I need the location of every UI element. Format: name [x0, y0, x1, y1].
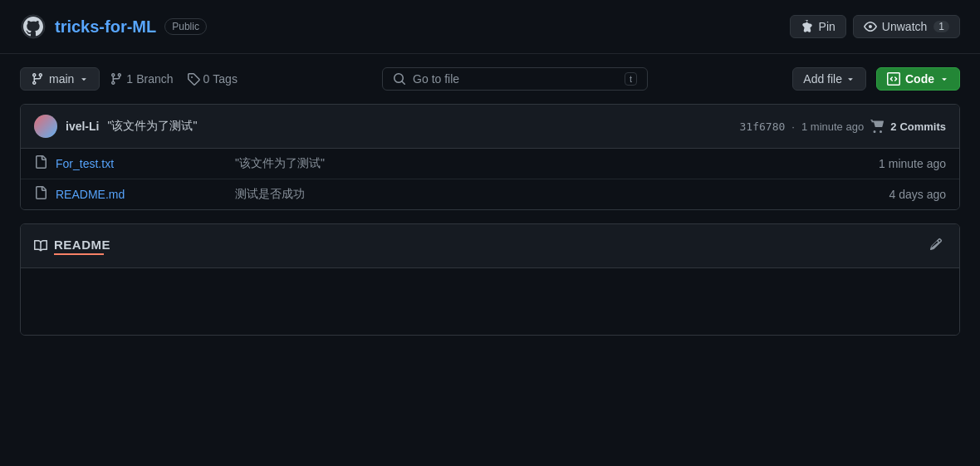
- file-time-1: 1 minute ago: [846, 157, 946, 170]
- add-file-label: Add file: [803, 72, 842, 86]
- repo-name[interactable]: tricks-for-ML: [55, 17, 156, 37]
- readme-title-underline: [54, 253, 104, 255]
- add-file-button[interactable]: Add file: [792, 67, 866, 91]
- file-commit-msg-1: "该文件为了测试": [222, 156, 846, 171]
- chevron-down-add-icon: [845, 74, 855, 84]
- commit-message: "该文件为了测试": [107, 119, 197, 134]
- search-icon: [393, 72, 406, 86]
- commit-separator: ·: [791, 120, 795, 133]
- commit-row: ivel-Li "该文件为了测试" 31f6780 · 1 minute ago…: [21, 105, 959, 149]
- search-box: t: [382, 67, 648, 91]
- file-icon-1: [34, 155, 47, 172]
- chevron-down-icon: [79, 74, 89, 84]
- commit-left: ivel-Li "该文件为了测试": [34, 115, 197, 138]
- commits-count: 2: [890, 120, 896, 133]
- commit-time: 1 minute ago: [801, 120, 864, 133]
- book-icon: [34, 239, 47, 253]
- readme-edit-button[interactable]: [926, 234, 946, 258]
- commits-label: Commits: [899, 120, 946, 133]
- file-panel: ivel-Li "该文件为了测试" 31f6780 · 1 minute ago…: [20, 104, 960, 210]
- toolbar: main 1 Branch 0 Tags t: [0, 54, 980, 104]
- search-area: t: [247, 67, 782, 91]
- commit-right: 31f6780 · 1 minute ago 2 Commits: [740, 120, 946, 133]
- author-avatar: [34, 115, 57, 138]
- tag-icon: [187, 72, 200, 86]
- branch-count-link[interactable]: 1 Branch: [110, 72, 173, 86]
- readme-title-wrap: README: [54, 238, 110, 255]
- pin-icon: [801, 20, 814, 33]
- branch-name: main: [49, 72, 74, 86]
- file-name-1[interactable]: For_test.txt: [56, 157, 222, 170]
- branch-count-icon: [110, 72, 123, 86]
- file-name-2[interactable]: README.md: [56, 188, 222, 201]
- chevron-down-code-icon: [939, 74, 949, 84]
- readme-title-area: README: [34, 238, 110, 255]
- history-icon: [870, 120, 884, 133]
- main-content: ivel-Li "该文件为了测试" 31f6780 · 1 minute ago…: [0, 104, 980, 356]
- search-shortcut-key: t: [625, 72, 637, 86]
- branch-selector[interactable]: main: [20, 67, 100, 91]
- readme-body: [21, 268, 959, 335]
- unwatch-button[interactable]: Unwatch 1: [853, 15, 960, 38]
- table-row: README.md 测试是否成功 4 days ago: [21, 179, 959, 209]
- file-time-2: 4 days ago: [846, 188, 946, 201]
- file-commit-msg-2: 测试是否成功: [222, 187, 846, 202]
- edit-icon: [929, 238, 943, 251]
- code-label: Code: [905, 72, 934, 86]
- repo-title-area: tricks-for-ML Public: [20, 13, 207, 40]
- readme-title: README: [54, 238, 110, 252]
- file-icon-2: [34, 186, 47, 203]
- github-logo-icon: [20, 13, 47, 40]
- unwatch-count: 1: [933, 21, 949, 32]
- table-row: For_test.txt "该文件为了测试" 1 minute ago: [21, 149, 959, 179]
- header-actions: Pin Unwatch 1: [790, 15, 960, 38]
- code-icon: [887, 72, 900, 86]
- search-input[interactable]: [413, 72, 618, 86]
- tag-count-link[interactable]: 0 Tags: [187, 72, 238, 86]
- commits-link[interactable]: 2 Commits: [890, 120, 946, 133]
- commit-hash[interactable]: 31f6780: [740, 120, 786, 133]
- eye-icon: [864, 20, 877, 33]
- pin-label: Pin: [819, 20, 835, 33]
- pin-button[interactable]: Pin: [790, 15, 846, 38]
- branch-tag-meta: 1 Branch 0 Tags: [110, 72, 238, 86]
- commit-author[interactable]: ivel-Li: [66, 120, 99, 133]
- branch-label: Branch: [136, 72, 173, 86]
- readme-header: README: [21, 224, 959, 268]
- code-button[interactable]: Code: [876, 67, 960, 91]
- unwatch-label: Unwatch: [882, 20, 927, 33]
- branch-icon: [31, 72, 44, 86]
- tag-count: 0: [203, 72, 210, 86]
- repo-header: tricks-for-ML Public Pin Unwatch 1: [0, 0, 980, 54]
- readme-section: README: [20, 223, 960, 336]
- branch-count: 1: [126, 72, 133, 86]
- visibility-badge: Public: [164, 18, 207, 35]
- file-list: For_test.txt "该文件为了测试" 1 minute ago READ…: [21, 149, 959, 209]
- tag-label: Tags: [213, 72, 238, 86]
